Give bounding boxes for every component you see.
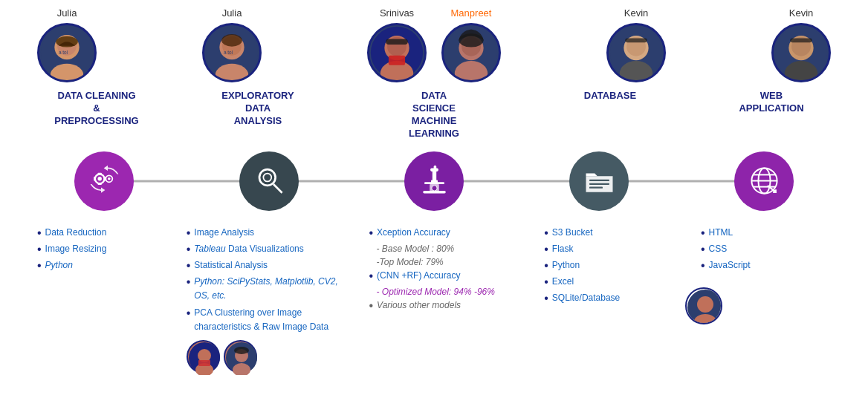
- svg-point-50: [431, 186, 436, 191]
- gear-process-icon: [88, 164, 121, 197]
- names-row: Julia a tol Julia: [15, 7, 853, 82]
- person-name-julia2: Julia: [222, 7, 242, 19]
- title-col1: DATA CLEANING&PREPROCESSING: [37, 90, 156, 140]
- bullet-tableau: • Tableau Data Visualizations: [187, 242, 350, 256]
- content-row: • Data Reduction • Image Resizing • Pyth…: [15, 226, 853, 373]
- bullet-image-analysis: • Image Analysis: [187, 226, 350, 240]
- bullet-sqlite: • SQLite/Database: [544, 291, 681, 305]
- content-col1: • Data Reduction • Image Resizing • Pyth…: [37, 226, 167, 275]
- content-col2: • Image Analysis • Tableau Data Visualiz…: [187, 226, 350, 373]
- bullet-text: Python: SciPyStats, Matplotlib, CV2, OS,…: [194, 275, 349, 303]
- search-magnify-icon: [253, 164, 286, 197]
- person-name-kevin1: Kevin: [624, 7, 649, 19]
- svg-rect-38: [97, 183, 101, 185]
- svg-text:a tol: a tol: [59, 50, 68, 55]
- bullet-text: Python: [552, 258, 681, 272]
- svg-point-10: [221, 34, 242, 47]
- title-col5: WEBAPPLICATION: [712, 90, 831, 140]
- person-group-col4: Kevin: [606, 7, 666, 82]
- bullet-text: PCA Clustering over Image characteristic…: [194, 306, 349, 334]
- bullet-text: JavaScript: [709, 258, 831, 272]
- small-avatar-2: [224, 340, 257, 373]
- title-col3: DATASCIENCEMACHINELEARNING: [360, 90, 508, 140]
- timeline: [15, 151, 853, 211]
- person-group-col2: Julia a tol: [202, 7, 262, 82]
- person-group-col5: Kevin: [771, 7, 831, 82]
- bullet-excel: • Excel: [544, 275, 681, 289]
- globe-web-icon: [748, 164, 781, 197]
- bullet-text: (CNN +RF) Accuracy: [377, 269, 525, 283]
- svg-point-34: [97, 177, 101, 180]
- bullet-text: Image Analysis: [194, 226, 349, 240]
- small-avatars-col2: [187, 340, 350, 373]
- svg-point-36: [108, 177, 111, 180]
- bullet-text: SQLite/Database: [552, 291, 681, 305]
- svg-rect-51: [433, 166, 436, 169]
- svg-text:a tol: a tol: [224, 50, 233, 55]
- bullet-python2: • Python: [544, 258, 681, 272]
- folder-database-icon: [583, 164, 616, 197]
- svg-rect-37: [97, 173, 101, 175]
- bullet-image-resizing: • Image Resizing: [37, 242, 167, 256]
- bullet-text: Xception Accuracy: [377, 226, 525, 240]
- icon-data-science: [404, 151, 464, 211]
- bullet-flask: • Flask: [544, 242, 681, 256]
- svg-line-42: [273, 184, 282, 193]
- content-col5: • HTML • CSS • JavaScript: [701, 226, 831, 275]
- svg-rect-17: [389, 56, 405, 65]
- bullet-statistical: • Statistical Analysis: [187, 258, 350, 272]
- avatar-julia2: a tol: [202, 23, 262, 82]
- avatar-julia1: a tol: [37, 23, 97, 82]
- person-manpreet: Manpreet: [441, 7, 501, 82]
- sub-bullet-base: - Base Model : 80%: [377, 242, 525, 255]
- bullet-text: Statistical Analysis: [194, 258, 349, 272]
- bullet-text: Flask: [552, 242, 681, 256]
- bullet-text: Various other models: [377, 298, 525, 313]
- avatar-manpreet: [441, 23, 501, 82]
- bullet-text: Excel: [552, 275, 681, 289]
- svg-rect-27: [625, 39, 647, 43]
- person-name-srinivas: Srinivas: [380, 7, 414, 19]
- svg-rect-47: [424, 182, 444, 184]
- bullet-python-libs: • Python: SciPyStats, Matplotlib, CV2, O…: [187, 275, 350, 303]
- person-srinivas: Srinivas: [367, 7, 427, 82]
- sub-bullet-optimized: - Optimized Model: 94% -96%: [377, 285, 525, 298]
- sub-bullet-top: -Top Model: 79%: [377, 255, 525, 269]
- svg-point-43: [263, 174, 271, 182]
- svg-point-69: [697, 296, 713, 313]
- svg-rect-63: [198, 360, 210, 366]
- svg-rect-52: [589, 180, 609, 181]
- microscope-icon: [418, 164, 451, 197]
- svg-rect-40: [103, 177, 106, 180]
- bullet-s3: • S3 Bucket: [544, 226, 681, 240]
- bullet-pca: • PCA Clustering over Image characterist…: [187, 306, 350, 334]
- person-name-julia1: Julia: [57, 7, 77, 19]
- content-col3: • Xception Accuracy - Base Model : 80% -…: [369, 226, 525, 316]
- svg-rect-32: [790, 39, 812, 43]
- person-name-kevin2: Kevin: [789, 7, 814, 19]
- bullet-python: • Python: [37, 258, 167, 272]
- avatar-srinivas: [367, 23, 427, 82]
- person-group-col3: Srinivas Manpreet: [367, 7, 501, 82]
- avatar-kevin2: [771, 23, 831, 82]
- small-avatar-1: [187, 340, 220, 373]
- bullet-html: • HTML: [701, 226, 831, 240]
- bullet-text: S3 Bucket: [552, 226, 681, 240]
- svg-rect-53: [589, 183, 609, 185]
- svg-rect-54: [589, 187, 603, 189]
- bullet-text: Tableau Data Visualizations: [194, 242, 349, 256]
- bullet-xception: • Xception Accuracy: [369, 226, 525, 240]
- title-col4: DATABASE: [551, 90, 670, 140]
- bullet-text: HTML: [709, 226, 831, 240]
- bullet-text: Data Reduction: [45, 226, 167, 240]
- person-group-col1: Julia a tol: [37, 7, 97, 82]
- bullet-javascript: • JavaScript: [701, 258, 831, 272]
- icon-database: [569, 151, 629, 211]
- bullet-data-reduction: • Data Reduction: [37, 226, 167, 240]
- bullet-css: • CSS: [701, 242, 831, 256]
- icon-web-app: [734, 151, 794, 211]
- svg-point-41: [259, 169, 276, 186]
- person-name-manpreet: Manpreet: [451, 7, 492, 19]
- svg-rect-16: [386, 39, 408, 45]
- bullet-text: Python: [45, 258, 167, 272]
